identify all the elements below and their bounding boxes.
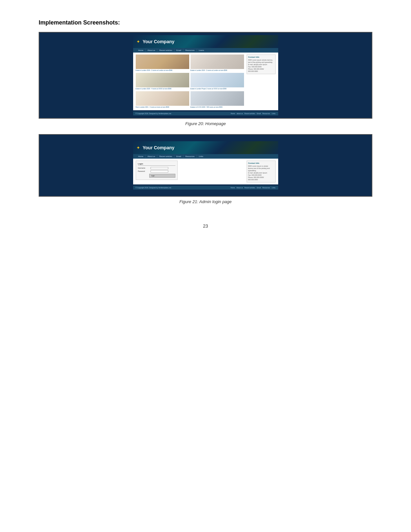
login-mock-header: ✦ Your Company: [133, 141, 278, 154]
page-number: 23: [39, 223, 372, 229]
nav-about: About us: [146, 49, 158, 52]
figure-21-caption: Figure 21: Admin login page: [39, 199, 372, 204]
nav-recent: Recent articles: [157, 49, 174, 52]
nav-home: Home: [136, 49, 146, 52]
login-nav-links: Links: [197, 155, 205, 158]
login-star-icon: ✦: [136, 145, 141, 150]
nav-resources: Resources: [183, 49, 197, 52]
mock-body: Estate in London 2018 - 2 rooms at Londo…: [133, 53, 278, 110]
figure-20-block: ✦ Your Company Home About us Recent arti…: [39, 32, 372, 126]
gallery-item-5: Flat in London 2021 - 4 rooms at more at…: [136, 91, 189, 108]
password-label: Password: [138, 170, 149, 172]
footer-links: Home about us Recent articles Email Reso…: [231, 113, 276, 114]
homepage-mock: ✦ Your Company Home About us Recent arti…: [133, 35, 278, 115]
login-page-mock: ✦ Your Company Home About us Recent arti…: [133, 141, 278, 190]
gallery-img-2: [191, 54, 244, 69]
footer-copyright: © Copyright 2018. Designed by htmltempla…: [136, 113, 171, 114]
username-row: Username: [138, 167, 175, 169]
login-title: Login: [138, 163, 175, 166]
login-contact-fax: Fax: 000.000.0000: [248, 174, 274, 176]
login-mock-sidebar: Contact Info 0600 Lorem Ipsum is simply …: [247, 161, 276, 182]
gallery-img-3: [136, 73, 189, 87]
gallery-item-2: Estate in London 2018 - 2 rooms at Londo…: [191, 54, 244, 72]
login-contact-phone: Phone: 000.000.0000/ 000.000.0000: [248, 176, 274, 181]
login-footer-about: About us: [237, 187, 243, 189]
figure-20-screenshot: ✦ Your Company Home About us Recent arti…: [39, 32, 372, 118]
footer-link-links: Links: [272, 113, 276, 114]
login-contact-box: Contact Info 0600 Lorem Ipsum is simply …: [247, 161, 276, 182]
login-nav-about: About us: [146, 155, 158, 158]
login-footer-links: Links: [272, 187, 276, 189]
login-contact-email: E-mail: abc@Lorem Ipsum: [248, 172, 274, 174]
mock-sidebar: Contact Info 4000 Lorem ipsum streets du…: [247, 54, 276, 108]
section-title: Implementation Screenshots:: [39, 19, 372, 26]
footer-link-home: Home: [231, 113, 235, 114]
login-mock-nav: Home About us Recent articles Email Reso…: [133, 154, 278, 159]
mock-nav: Home About us Recent articles Email Reso…: [133, 48, 278, 53]
login-nav-recent: Recent articles: [157, 155, 174, 158]
figure-21-screenshot: ✦ Your Company Home About us Recent arti…: [39, 134, 372, 196]
gallery-caption-1: Estate in London 2018 - 2 rooms at Londo…: [136, 70, 189, 72]
login-button: login: [149, 174, 175, 178]
login-form-container: Login Username Password login: [136, 161, 244, 182]
login-contact-title: Contact Info: [248, 162, 274, 164]
login-footer-copyright: © Copyright 2018. Designed by htmltempla…: [136, 187, 171, 189]
password-row: Password: [138, 170, 175, 172]
gallery-caption-6: Estates in 21 XII 12020 - 500 rooms at m…: [191, 106, 244, 108]
username-input: [151, 167, 168, 169]
gallery-img-4: [191, 73, 244, 87]
gallery-item-1: Estate in London 2018 - 2 rooms at Londo…: [136, 54, 189, 72]
gallery-item-3: Estate in London 2020 - 4 rooms at XXXX …: [136, 73, 189, 90]
contact-box: Contact Info 4000 Lorem ipsum streets du…: [247, 54, 276, 74]
login-company-name: Your Company: [143, 145, 175, 150]
gallery-img-1: [136, 54, 189, 69]
login-nav-resources: Resources: [183, 155, 197, 158]
gallery-caption-3: Estate in London 2020 - 4 rooms at XXXX …: [136, 88, 189, 90]
login-footer-recent: Recent articles: [244, 187, 255, 189]
login-nav-email: Email: [174, 155, 183, 158]
contact-title: Contact Info: [248, 56, 274, 58]
footer-link-email: Email: [257, 113, 261, 114]
nav-loans: Loans: [197, 49, 206, 52]
login-mock-body: Login Username Password login: [133, 159, 278, 184]
contact-address: 4000 Lorem ipsum streets dummy, text of …: [248, 59, 274, 64]
figure-20-caption: Figure 20: Homepage: [39, 121, 372, 126]
gallery-img-5: [136, 91, 189, 106]
contact-fax: Fax: 000.000.0000: [248, 66, 274, 68]
login-nav-home: Home: [136, 155, 146, 158]
username-label: Username: [138, 167, 149, 169]
nav-email: Email: [174, 49, 183, 52]
contact-email: E-mail: abc@Lorem Ipsum: [248, 64, 274, 66]
gallery-item-4: Estate in London Proper 2 rooms at XXXX …: [191, 73, 244, 90]
company-name: Your Company: [143, 39, 175, 44]
figure-21-block: ✦ Your Company Home About us Recent arti…: [39, 134, 372, 204]
mock-gallery: Estate in London 2018 - 2 rooms at Londo…: [136, 54, 244, 108]
gallery-img-6: [191, 91, 244, 106]
contact-phone: Phone: 000.000.0000/ 000.000.0000: [248, 68, 274, 73]
gallery-item-6: Estates in 21 XII 12020 - 500 rooms at m…: [191, 91, 244, 108]
login-footer-home: Home: [230, 187, 235, 189]
password-input: [151, 170, 168, 172]
login-footer-email: Email: [257, 187, 261, 189]
login-footer-links: Home About us Recent articles Email Reso…: [230, 187, 275, 189]
mock-gallery-container: Estate in London 2018 - 2 rooms at Londo…: [136, 54, 244, 108]
login-mock-footer: © Copyright 2018. Designed by htmltempla…: [133, 186, 278, 190]
login-footer-resources: Resources: [262, 187, 270, 189]
footer-link-recent: Recent articles: [244, 113, 255, 114]
gallery-caption-2: Estate in London 2018 - 2 rooms at Londo…: [191, 70, 244, 72]
mock-footer: © Copyright 2018. Designed by htmltempla…: [133, 112, 278, 115]
gallery-caption-4: Estate in London Proper 2 rooms at XXXX …: [191, 88, 244, 90]
gallery-caption-5: Flat in London 2021 - 4 rooms at more at…: [136, 106, 189, 108]
footer-link-resources: Resources: [262, 113, 270, 114]
footer-link-about: about us: [237, 113, 243, 114]
login-form: Login Username Password login: [136, 161, 178, 180]
login-contact-address: 0600 Lorem Ipsum is simply dummy text of…: [248, 165, 274, 172]
mock-header: ✦ Your Company: [133, 35, 278, 48]
star-icon: ✦: [136, 39, 141, 44]
